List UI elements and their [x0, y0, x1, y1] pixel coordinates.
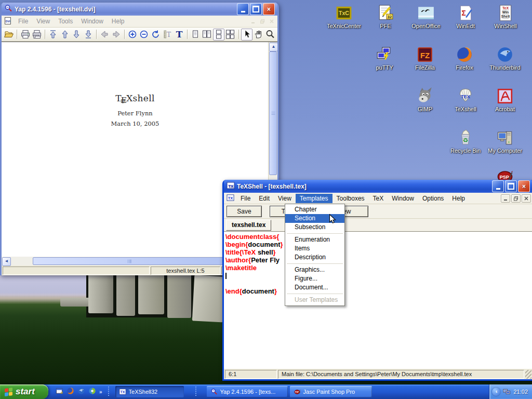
yap-close-button[interactable]: ×	[263, 3, 275, 15]
texshell-menu-toolboxes[interactable]: Toolboxes	[332, 194, 369, 203]
yap-mdi-restore-button[interactable]	[258, 18, 267, 25]
task-button-jasc-paint-shop-pro[interactable]: PSPJasc Paint Shop Pro	[290, 386, 372, 397]
desktop-icon-label: WinEdt	[446, 23, 485, 29]
yap-mdi-close-button[interactable]	[268, 18, 276, 25]
yap-toolbar-view-single-button[interactable]	[190, 29, 201, 41]
horizontal-scroll-thumb[interactable]	[33, 257, 226, 265]
scroll-left-button[interactable]: ◄	[2, 257, 11, 266]
yap-toolbar-view-continuous-double-button[interactable]	[224, 29, 236, 41]
tab-texshell-tex[interactable]: texshell.tex	[226, 220, 271, 231]
texshell-menu-help[interactable]: Help	[448, 194, 469, 203]
hide-tray-icons-button[interactable]: ‹	[492, 388, 500, 396]
task-button-yap-2-4-1596-texs[interactable]: Yap 2.4.1596 - [texs...	[207, 386, 288, 397]
desktop-icon-recyclebin[interactable]: ♻Recycle Bin	[446, 129, 485, 154]
texshell-menu-edit[interactable]: Edit	[255, 194, 274, 203]
yap-menu-help[interactable]: Help	[108, 17, 129, 26]
quick-launch-media-player-button[interactable]	[88, 387, 96, 397]
desktop-icon-firefox[interactable]: Firefox	[445, 46, 484, 71]
yap-toolbar-page-up-button[interactable]	[59, 29, 71, 41]
texshell-mdi-restore-button[interactable]	[511, 194, 521, 203]
texshell-status-position: 6:1	[225, 370, 277, 379]
view-continuous-double-icon	[225, 29, 235, 39]
texshell-menu-view[interactable]: View	[274, 194, 296, 203]
start-button[interactable]: start	[0, 384, 48, 399]
desktop-icon-winshell[interactable]: TeXWinShellWinShell	[486, 4, 525, 29]
yap-toolbar-view-continuous-button[interactable]	[213, 29, 224, 41]
texshell-mdi-minimize-button[interactable]	[501, 194, 510, 203]
thunderbird-icon	[77, 387, 85, 395]
texshell-minimize-button[interactable]	[492, 180, 504, 192]
desktop-icon-texniccenter[interactable]: TxCTeXnicCenter	[324, 4, 364, 29]
windows-flag-icon	[5, 387, 12, 396]
texshell-menu-options[interactable]: Options	[418, 194, 448, 203]
yap-menu-tools[interactable]: Tools	[54, 17, 77, 26]
texshell-menu-file[interactable]: File	[236, 194, 255, 203]
network-tray-icon[interactable]	[503, 388, 511, 396]
yap-toolbar-open-button[interactable]	[3, 29, 15, 41]
yap-toolbar-text-tool-button[interactable]: T	[173, 29, 184, 41]
quick-launch-firefox-button[interactable]	[66, 387, 74, 397]
texshell-mdi-close-button[interactable]	[522, 194, 531, 203]
desktop-icon-openoffice[interactable]: OpenOffice	[406, 4, 446, 29]
desktop-icon-label: Acrobat	[485, 106, 525, 112]
yap-menu-file[interactable]: File	[14, 17, 32, 26]
save-button[interactable]: Save	[227, 206, 262, 217]
editor-line-3: \title{\TeX shell}	[225, 248, 532, 256]
yap-toolbar-zoom-out-button[interactable]	[138, 29, 150, 41]
desktop-icon-putty[interactable]: puTTY	[365, 46, 404, 71]
desktop-icon-pfe[interactable]: 32PFE	[366, 4, 405, 29]
yap-toolbar-magnifier-button[interactable]	[264, 29, 275, 41]
desktop-icon-label: GIMP	[405, 106, 445, 112]
menu-item-document[interactable]: Document...	[285, 283, 344, 292]
menu-item-items[interactable]: Items	[285, 244, 344, 253]
yap-toolbar-hand-tool-button[interactable]	[252, 29, 264, 41]
desktop-icon-thunderbird[interactable]: Thunderbird	[485, 46, 525, 71]
desktop-icon-winedt[interactable]: ΣWinEdt	[446, 4, 485, 29]
resize-grip[interactable]	[525, 370, 531, 379]
yap-maximize-button[interactable]	[250, 3, 262, 15]
quick-launch-show-desktop-button[interactable]	[56, 387, 63, 397]
texshell-menu-window[interactable]: Window	[388, 194, 418, 203]
page-first-icon	[48, 29, 58, 39]
vertical-scroll-thumb[interactable]	[269, 51, 277, 175]
yap-titlebar[interactable]: Yap 2.4.1596 - [texshell.dvi] ×	[2, 3, 277, 16]
texshell-maximize-button[interactable]	[505, 180, 517, 192]
desktop-icon-texshell[interactable]: TEXTeXshell	[446, 87, 485, 112]
open-icon	[4, 29, 14, 39]
yap-menu-view[interactable]: View	[32, 17, 54, 26]
texshell-menu-templates[interactable]: Templates	[296, 194, 332, 203]
yap-toolbar-ruler-tool-button[interactable]: T	[162, 29, 173, 41]
taskbar-separator	[108, 387, 109, 397]
quick-launch-thunderbird-button[interactable]	[77, 387, 85, 397]
quick-launch-overflow-chevron[interactable]: »	[99, 389, 102, 395]
yap-toolbar-view-double-button[interactable]	[201, 29, 212, 41]
desktop-icon-mycomputer[interactable]: My Computer	[485, 129, 525, 154]
yap-toolbar-zoom-in-button[interactable]	[127, 29, 138, 41]
texshell-close-button[interactable]: ×	[518, 180, 530, 192]
texshell-menu-tex[interactable]: TeX	[369, 194, 388, 203]
scroll-up-button[interactable]: ▲	[269, 43, 278, 51]
desktop-icon-acrobat[interactable]: Acrobat	[485, 87, 525, 112]
yap-toolbar-page-first-button[interactable]	[47, 29, 59, 41]
texshell-titlebar[interactable]: TX TeXShell - [texshell.tex] ×	[224, 180, 532, 193]
yap-minimize-button[interactable]	[237, 3, 249, 15]
desktop-icon-gimp[interactable]: GIMP	[405, 87, 445, 112]
yap-toolbar-forward-button[interactable]	[110, 29, 122, 41]
yap-toolbar-print-multi-button[interactable]	[31, 29, 43, 41]
desktop-icon-filezilla[interactable]: FZFileZilla	[405, 46, 445, 71]
yap-toolbar-print-button[interactable]	[19, 29, 31, 41]
yap-toolbar-page-down-button[interactable]	[71, 29, 82, 41]
menu-item-graphics[interactable]: Graphics...	[285, 265, 344, 274]
yap-toolbar-page-last-button[interactable]	[83, 29, 94, 41]
menu-item-enumeration[interactable]: Enumeration	[285, 235, 344, 244]
menu-item-figure[interactable]: Figure...	[285, 274, 344, 283]
yap-mdi-minimize-button[interactable]	[249, 18, 257, 25]
yap-toolbar-back-button[interactable]	[99, 29, 110, 41]
menu-item-description[interactable]: Description	[285, 253, 344, 262]
texshell-editor[interactable]: \documentclass{\begin{document}\title{\T…	[224, 232, 532, 369]
task-button-texshell32[interactable]: TXTeXShell32	[115, 386, 184, 397]
yap-toolbar-refresh-button[interactable]	[150, 29, 162, 41]
dvi-page-icon[interactable]: DVI	[2, 17, 14, 26]
yap-menu-window[interactable]: Window	[77, 17, 108, 26]
yap-toolbar-select-cursor-button[interactable]	[241, 29, 252, 41]
